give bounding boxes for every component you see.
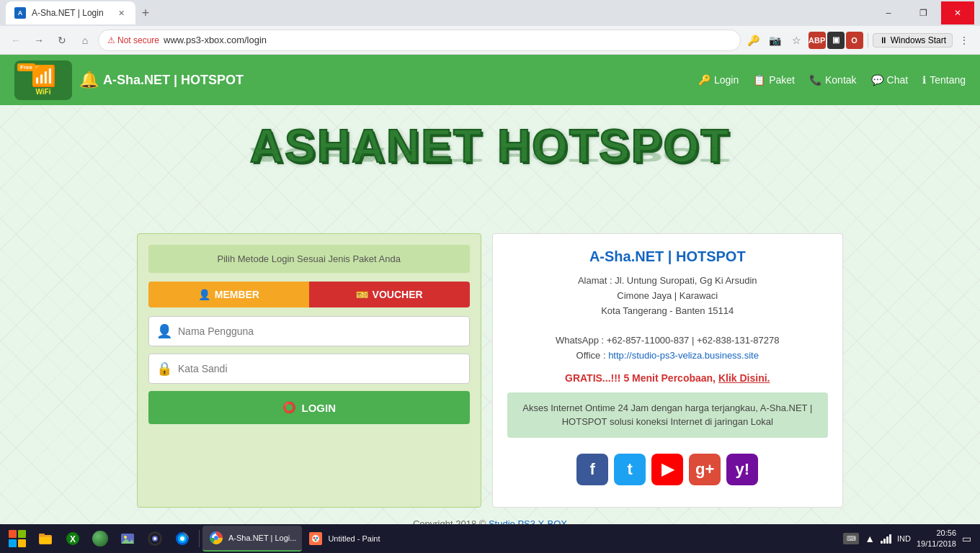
toolbar-icons: 🔑 📷 ☆ ABP ▣ O ⏸Windows Start ⋮ <box>744 30 974 50</box>
taskbar-app-app3[interactable] <box>86 526 114 552</box>
taskbar-app-imgviewer[interactable] <box>114 526 141 552</box>
maximize-button[interactable]: ❐ <box>906 1 940 24</box>
home-button[interactable]: ⌂ <box>75 30 95 50</box>
website-content: Free 📶 WiFi 🔔 A-Sha.NET | HOTSPOT 🔑 Logi… <box>0 55 980 553</box>
login-box: Pilih Metode Login Sesuai Jenis Paket An… <box>137 233 481 508</box>
not-secure-indicator: ⚠ Not secure <box>107 35 159 45</box>
imgviewer-icon <box>120 531 135 547</box>
new-tab-button[interactable]: + <box>135 3 156 23</box>
browser-titlebar: A A-Sha.NET | Login ✕ + – ❐ ✕ <box>0 0 980 26</box>
volume-icon: ▲ <box>865 533 875 544</box>
user-icon: 👤 <box>156 323 172 339</box>
nav-login[interactable]: 🔑 Login <box>698 74 739 86</box>
svg-point-11 <box>153 537 156 540</box>
taskbar-app-xbox[interactable]: X <box>59 526 86 552</box>
obs-icon <box>147 531 163 547</box>
svg-point-20 <box>313 537 316 539</box>
tab-bar: A A-Sha.NET | Login ✕ + <box>6 0 869 26</box>
googleplus-icon[interactable]: g+ <box>689 454 721 485</box>
url-text: www.ps3-xbox.com/login <box>164 35 267 45</box>
bookmark-star-icon[interactable]: ☆ <box>787 30 807 50</box>
info-address: Alamat : Jl. Untung Suropati, Gg Ki Arsu… <box>507 274 829 364</box>
windows-logo <box>9 530 26 547</box>
ext2-icon[interactable]: ▣ <box>827 32 845 49</box>
gratis-link[interactable]: Klik Disini. <box>718 372 770 384</box>
login-tabs: 👤 MEMBER 🎫 VOUCHER <box>148 282 470 307</box>
yahoo-icon[interactable]: y! <box>726 454 758 485</box>
minimize-button[interactable]: – <box>872 1 905 24</box>
hotspot-reflection: ASHANET HOTSPOT <box>250 144 730 166</box>
close-button[interactable]: ✕ <box>941 1 974 24</box>
site-header: Free 📶 WiFi 🔔 A-Sha.NET | HOTSPOT 🔑 Logi… <box>0 55 980 105</box>
back-button[interactable]: ← <box>6 30 26 50</box>
wifi-logo: Free 📶 WiFi <box>14 60 72 100</box>
tab-close-button[interactable]: ✕ <box>115 7 127 19</box>
windows-taskbar: X <box>0 524 980 553</box>
main-content: ASHANET HOTSPOT ASHANET HOTSPOT Pilih Me… <box>0 105 980 553</box>
nav-paket[interactable]: 📋 Paket <box>753 74 795 86</box>
svg-point-17 <box>214 536 218 540</box>
password-input[interactable] <box>178 354 462 383</box>
forward-button[interactable]: → <box>29 30 49 50</box>
paint-app-label: Untitled - Paint <box>328 534 380 543</box>
site-logo: Free 📶 WiFi 🔔 A-Sha.NET | HOTSPOT <box>14 60 244 100</box>
login-form-header: Pilih Metode Login Sesuai Jenis Paket An… <box>148 245 470 273</box>
keyboard-icon[interactable]: ⌨ <box>843 533 859 544</box>
two-col-layout: Pilih Metode Login Sesuai Jenis Paket An… <box>137 233 843 508</box>
ext3-icon[interactable]: O <box>846 32 863 49</box>
signal-icon <box>881 534 891 544</box>
window-controls: – ❐ ✕ <box>872 1 974 24</box>
tab-member[interactable]: 👤 MEMBER <box>148 282 309 307</box>
info-title: A-Sha.NET | HOTSPOT <box>507 248 829 265</box>
facebook-icon[interactable]: f <box>576 454 608 485</box>
password-field[interactable]: 🔒 <box>148 354 470 384</box>
address-bar[interactable]: ⚠ Not secure www.ps3-xbox.com/login <box>98 30 741 51</box>
taskbar-app-paint[interactable]: Untitled - Paint <box>302 526 386 552</box>
tab-title: A-Sha.NET | Login <box>32 8 104 18</box>
tab-voucher[interactable]: 🎫 VOUCHER <box>309 282 470 307</box>
reload-button[interactable]: ↻ <box>52 30 72 50</box>
svg-point-14 <box>180 536 184 541</box>
svg-point-22 <box>315 539 317 541</box>
nav-tentang[interactable]: ℹ Tentang <box>922 74 966 86</box>
adblock-icon[interactable]: ABP <box>808 32 826 49</box>
svg-point-6 <box>124 536 127 539</box>
youtube-icon[interactable]: ▶ <box>651 454 683 485</box>
username-field[interactable]: 👤 <box>148 316 470 346</box>
tab-favicon: A <box>14 7 26 19</box>
svg-rect-1 <box>39 534 45 536</box>
taskbar-app-obs[interactable] <box>141 526 169 552</box>
svg-rect-2 <box>40 537 51 544</box>
filemanager-icon <box>37 531 53 547</box>
office-link[interactable]: http://studio-ps3-veliza.business.site <box>608 350 759 361</box>
info-box: A-Sha.NET | HOTSPOT Alamat : Jl. Untung … <box>492 233 844 508</box>
app3-icon <box>92 531 108 547</box>
paint-icon <box>308 531 324 547</box>
site-nav: 🔑 Login 📋 Paket 📞 Kontak 💬 Chat ℹ Tentan… <box>698 74 966 86</box>
taskbar-app-filemanager[interactable] <box>32 526 59 552</box>
twitter-icon[interactable]: t <box>614 454 646 485</box>
xbox-icon: X <box>65 531 81 547</box>
site-name: 🔔 A-Sha.NET | HOTSPOT <box>79 71 244 89</box>
nav-chat[interactable]: 💬 Chat <box>871 74 909 86</box>
taskbar-app-firefox[interactable] <box>169 526 196 552</box>
nav-kontak[interactable]: 📞 Kontak <box>809 74 857 86</box>
svg-text:X: X <box>70 534 76 544</box>
paused-button[interactable]: ⏸Windows Start <box>873 33 953 48</box>
browser-toolbar: ← → ↻ ⌂ ⚠ Not secure www.ps3-xbox.com/lo… <box>0 26 980 55</box>
username-input[interactable] <box>178 317 462 346</box>
menu-button[interactable]: ⋮ <box>954 30 974 50</box>
taskbar-separator <box>199 530 200 547</box>
chrome-app-label: A-Sha.NET | Logi... <box>228 534 296 542</box>
gratis-text: GRATIS...!!! 5 Menit Percobaan, Klik Dis… <box>507 372 829 384</box>
taskbar-app-chrome[interactable]: A-Sha.NET | Logi... <box>202 526 302 552</box>
show-desktop-button[interactable]: ▭ <box>962 533 971 544</box>
start-button[interactable] <box>3 526 32 552</box>
login-icon: ⭕ <box>282 401 296 414</box>
akses-box: Akses Internet Ontime 24 Jam dengan harg… <box>507 392 829 438</box>
login-button[interactable]: ⭕ LOGIN <box>148 391 470 424</box>
screenshot-icon[interactable]: 📷 <box>765 30 785 50</box>
free-badge: Free <box>17 63 35 71</box>
password-icon[interactable]: 🔑 <box>744 30 764 50</box>
active-tab[interactable]: A A-Sha.NET | Login ✕ <box>6 1 135 24</box>
